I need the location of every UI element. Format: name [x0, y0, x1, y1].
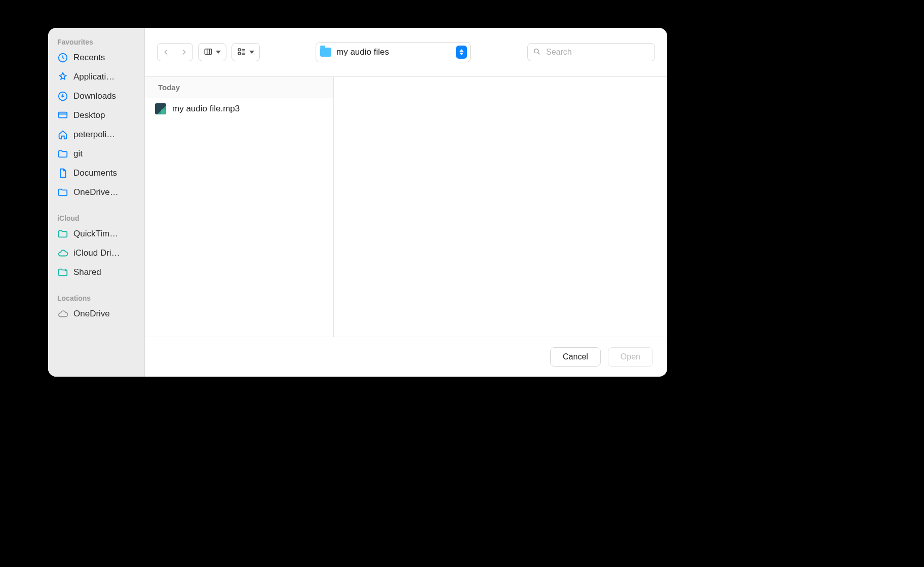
- chevron-down-icon: [249, 51, 254, 54]
- sidebar-item-label: OneDrive…: [73, 187, 119, 197]
- back-button[interactable]: [158, 44, 175, 61]
- dialog-footer: Cancel Open: [145, 337, 667, 377]
- folder-icon: [57, 187, 68, 198]
- preview-column: [334, 77, 667, 337]
- search-icon: [533, 48, 541, 57]
- folder-icon: [320, 48, 331, 57]
- sidebar-section-favourites: Favourites: [48, 35, 144, 48]
- audio-file-icon: [155, 103, 166, 114]
- sidebar-item-label: Downloads: [73, 91, 116, 101]
- cancel-button[interactable]: Cancel: [550, 347, 601, 367]
- svg-rect-5: [238, 49, 241, 51]
- toolbar: my audio files: [145, 28, 667, 77]
- shared-folder-icon: [57, 267, 68, 278]
- folder-icon: [57, 228, 68, 239]
- sidebar-item-desktop[interactable]: Desktop: [48, 106, 144, 125]
- file-name: my audio file.mp3: [172, 104, 240, 114]
- sidebar-section-locations: Locations: [48, 291, 144, 304]
- sidebar-item-quicktime[interactable]: QuickTim…: [48, 224, 144, 244]
- document-icon: [57, 168, 68, 179]
- sidebar: Favourites Recents Applicati… Downloads …: [48, 28, 145, 377]
- sidebar-item-label: Applicati…: [73, 72, 114, 82]
- folder-icon: [57, 148, 68, 159]
- svg-rect-4: [205, 49, 212, 54]
- folder-path-dropdown[interactable]: my audio files: [316, 42, 471, 62]
- sidebar-item-applications[interactable]: Applicati…: [48, 67, 144, 87]
- view-columns-button[interactable]: [198, 43, 226, 61]
- file-row[interactable]: my audio file.mp3: [145, 98, 333, 119]
- column-view: Today my audio file.mp3: [145, 77, 667, 337]
- sidebar-item-onedrive-location[interactable]: OneDrive: [48, 304, 144, 323]
- home-icon: [57, 129, 68, 140]
- sidebar-item-shared[interactable]: Shared: [48, 263, 144, 282]
- nav-back-forward: [157, 43, 193, 61]
- file-open-dialog: Favourites Recents Applicati… Downloads …: [48, 28, 667, 377]
- sidebar-item-git[interactable]: git: [48, 144, 144, 164]
- sidebar-item-label: OneDrive: [73, 309, 110, 319]
- clock-icon: [57, 52, 68, 63]
- current-folder-label: my audio files: [336, 47, 451, 57]
- svg-point-3: [65, 269, 67, 271]
- file-column: Today my audio file.mp3: [145, 77, 334, 337]
- cloud-icon: [57, 308, 68, 319]
- path-stepper-icon: [456, 46, 467, 59]
- sidebar-item-recents[interactable]: Recents: [48, 48, 144, 67]
- search-input[interactable]: [545, 47, 649, 57]
- search-field[interactable]: [527, 43, 655, 61]
- sidebar-section-icloud: iCloud: [48, 211, 144, 224]
- sidebar-item-label: peterpoli…: [73, 130, 115, 140]
- svg-rect-2: [59, 112, 67, 118]
- sidebar-item-label: Shared: [73, 267, 101, 277]
- sidebar-item-home[interactable]: peterpoli…: [48, 125, 144, 144]
- columns-icon: [204, 47, 213, 58]
- main-area: my audio files Today my audio file.mp3: [145, 28, 667, 377]
- sidebar-item-icloud-drive[interactable]: iCloud Dri…: [48, 244, 144, 263]
- open-button: Open: [608, 347, 653, 367]
- download-icon: [57, 91, 68, 102]
- sidebar-item-label: Documents: [73, 168, 117, 178]
- sidebar-item-label: iCloud Dri…: [73, 248, 120, 258]
- column-group-header: Today: [145, 77, 333, 98]
- forward-button[interactable]: [175, 44, 192, 61]
- group-by-button[interactable]: [232, 43, 260, 61]
- svg-rect-6: [238, 52, 241, 55]
- apps-icon: [57, 71, 68, 83]
- sidebar-item-downloads[interactable]: Downloads: [48, 87, 144, 106]
- sidebar-item-label: git: [73, 149, 83, 159]
- sidebar-item-label: Desktop: [73, 110, 105, 120]
- cancel-button-label: Cancel: [563, 352, 588, 361]
- sidebar-item-label: Recents: [73, 53, 105, 63]
- chevron-down-icon: [216, 51, 221, 54]
- group-icon: [237, 47, 246, 58]
- desktop-icon: [57, 110, 68, 121]
- sidebar-item-label: QuickTim…: [73, 229, 118, 239]
- svg-point-7: [534, 49, 538, 53]
- open-button-label: Open: [621, 352, 640, 361]
- sidebar-item-documents[interactable]: Documents: [48, 164, 144, 183]
- cloud-icon: [57, 248, 68, 259]
- sidebar-item-onedrive-folder[interactable]: OneDrive…: [48, 183, 144, 202]
